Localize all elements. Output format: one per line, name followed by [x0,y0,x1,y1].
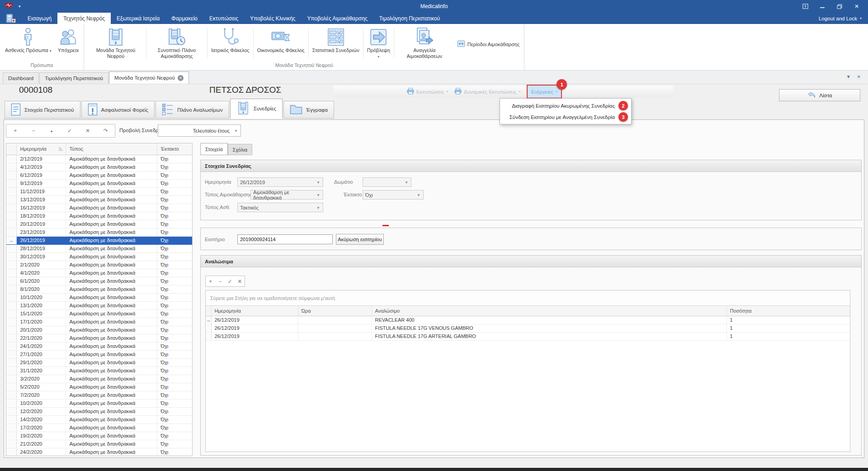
tray-icon[interactable] [797,0,814,12]
table-row[interactable]: 14/2/2020Αιμοκάθαρση με διτανθρακικάΌχι [6,415,192,423]
tab-close-all-icon[interactable]: ✕ [857,74,861,79]
table-row[interactable]: 4/1/2020Αιμοκάθαρση με διτανθρακικάΌχι [6,269,192,277]
tab-close-icon[interactable]: ✕ [178,75,184,81]
obligors-button[interactable]: Υπόχρεοι [55,25,82,62]
table-row[interactable]: 15/1/2020Αιμοκάθαρση με διτανθρακικάΌχι [6,309,192,318]
dialysis-type-field[interactable]: Αιμοκάθαρση με διτανθρακικά▼ [250,190,323,200]
forecast-button[interactable]: Πρόβλεψη▾ [364,25,393,62]
actions-menu-button[interactable]: Ενέργειες▾ 1 [527,85,562,99]
table-row[interactable]: 18/12/2019Αιμοκάθαρση με διτανθρακικάΌχι [6,212,192,220]
app-icon[interactable] [0,13,22,24]
extra-field[interactable]: Όχι▼ [363,190,424,200]
table-row[interactable]: 11/12/2019Αιμοκάθαρση με διτανθρακικάΌχι [6,187,192,195]
table-row[interactable]: 26/12/2019FISTULA NEEDLE 17G VENOUS GAMB… [206,324,850,332]
dialysis-periods-button[interactable]: Περίοδοι Αιμοκάθαρσης [454,39,523,49]
table-row[interactable]: 4/12/2019Αιμοκάθαρση με διτανθρακικάΌχι [6,163,192,171]
menu-tab[interactable]: Εκτυπώσεις [203,13,244,24]
medical-file-button[interactable]: Ιατρικός Φάκελος [208,25,253,62]
table-row[interactable]: 30/12/2019Αιμοκάθαρση με διτανθρακικάΌχι [6,252,192,261]
minimize-icon[interactable] [814,0,831,12]
tab-documents[interactable]: Έγγραφα [283,101,334,119]
table-row[interactable]: 16/12/2019Αιμοκάθαρση με διτανθρακικάΌχι [6,204,192,212]
table-row[interactable]: 6/12/2019Αιμοκάθαρση με διτανθρακικάΌχι [6,171,192,179]
table-row[interactable]: →26/12/2019REVACLEAR 4001 [206,316,850,324]
actions-menu-item[interactable]: Σύνδεση Εισιτηρίου με Αναγγελμένη Συνεδρ… [500,111,631,123]
table-row[interactable]: 13/12/2019Αιμοκάθαρση με διτανθρακικάΌχι [6,195,192,204]
remove-button[interactable]: − [28,126,39,136]
print-menu-button[interactable]: Εκτυπώσεις▾ [407,86,448,98]
add-button[interactable]: + [206,276,216,286]
table-row[interactable]: 10/2/2020Αιμοκάθαρση με διτανθρακικάΌχι [6,399,192,407]
financial-file-button[interactable]: Οικονομικός Φάκελος [254,25,308,62]
column-header-type[interactable]: Τύπος [66,143,157,155]
column-header-quantity[interactable]: Ποσότητα [726,306,850,316]
table-row[interactable]: 9/12/2019Αιμοκάθαρση με διτανθρακικάΌχι [6,179,192,187]
menu-tab[interactable]: Φαρμακείο [165,13,203,24]
list-button[interactable]: Λίστα [779,89,860,101]
menu-tab[interactable]: Τιμολόγηση Περιστατικού [373,13,446,24]
cancel-button[interactable]: ✕ [235,276,245,286]
table-row[interactable]: 28/12/2019Αιμοκάθαρση με διτανθρακικάΌχι [6,244,192,252]
table-row[interactable]: 31/1/2020Αιμοκάθαρση με διτανθρακικάΌχι [6,366,192,375]
refresh-button[interactable]: ↷ [100,126,112,136]
cancel-button[interactable]: ✕ [82,126,94,136]
table-row[interactable]: 29/1/2020Αιμοκάθαρση με διτανθρακικάΌχι [6,358,192,366]
tab-list-dropdown-icon[interactable]: ▼ [846,74,851,79]
table-row[interactable]: 3/2/2020Αιμοκάθαρση με διτανθρακικάΌχι [6,375,192,383]
table-row[interactable]: 13/1/2020Αιμοκάθαρση με διτανθρακικάΌχι [6,301,192,309]
column-header-extra[interactable]: Έκτακτο [157,143,192,155]
kidney-unit-button[interactable]: Μονάδα Τεχνητού Νεφρού [86,25,146,62]
remove-button[interactable]: − [216,276,226,286]
tab-incident-details[interactable]: Στοιχεία Περιστατικού [5,101,80,119]
menu-tab[interactable]: Εξωτερικά Ιατρεία [111,13,165,24]
menu-tab[interactable]: Υποβολές Κλινικής [244,13,301,24]
table-row[interactable]: 17/2/2020Αιμοκάθαρση με διτανθρακικάΌχι [6,423,192,432]
apply-button[interactable]: ✓ [64,126,75,136]
table-row[interactable]: 7/2/2020Αιμοκάθαρση με διτανθρακικάΌχι [6,391,192,399]
edit-button[interactable]: ▴ [46,126,57,136]
table-row[interactable]: 20/1/2020Αιμοκάθαρση με διτανθρακικάΌχι [6,326,192,334]
tab-comments[interactable]: Σχόλια [228,144,253,155]
room-field[interactable]: ▼ [363,177,411,187]
table-row[interactable]: 24/1/2020Αιμοκάθαρση με διτανθρακικάΌχι [6,342,192,350]
apply-button[interactable]: ✓ [225,276,235,286]
menu-tab[interactable]: Υποβολές Αιμοκάθαρσης [301,13,373,24]
column-header-date[interactable]: Ημερομηνία [16,143,66,155]
table-row[interactable]: 8/1/2020Αιμοκάθαρση με διτανθρακικάΌχι [6,285,192,293]
table-row[interactable]: 21/2/2020Αιμοκάθαρση με διτανθρακικάΌχι [6,440,192,448]
doc-tab-dashboard[interactable]: Dashboard [3,72,39,84]
tab-insurers[interactable]: Ασφαλιστικοί Φορείς [81,101,155,119]
table-row[interactable]: 22/1/2020Αιμοκάθαρση με διτανθρακικάΌχι [6,334,192,342]
column-header-date[interactable]: Ημερομηνία [211,306,298,316]
column-header-consumable[interactable]: Αναλώσιμο [372,306,726,316]
table-row[interactable]: 24/2/2020Αιμοκάθαρση με διτανθρακικάΌχι [6,448,192,456]
table-row[interactable]: 23/12/2019Αιμοκάθαρση με διτανθρακικάΌχι [6,228,192,236]
table-row[interactable]: 2/12/2019Αιμοκάθαρση με διτανθρακικάΌχι [6,155,192,163]
table-row[interactable]: 5/2/2020Αιμοκάθαρση με διτανθρακικάΌχι [6,383,192,391]
ticket-input[interactable]: 2019000924114 [237,234,333,244]
menu-tab[interactable]: Εισαγωγή [22,13,57,24]
doc-tab-billing[interactable]: Τιμολόγηση Περιστατικού [39,72,108,84]
date-field[interactable]: 26/12/2019▼ [237,177,323,187]
table-row[interactable]: 6/1/2020Αιμοκάθαρση με διτανθρακικάΌχι [6,277,192,285]
doc-tab-kidney-unit[interactable]: Μονάδα Τεχνητού Νεφρού ✕ [109,71,189,84]
close-icon[interactable]: ✕ [848,0,865,12]
logout-and-lock[interactable]: Logout and Lock▾ [819,13,868,24]
announce-dialysis-button[interactable]: Αναγγελία Αιμοκαθάρσεων [395,25,454,62]
session-filter-dropdown[interactable]: Τελευταίου έτους ▼ [158,124,241,137]
restore-icon[interactable] [831,0,848,12]
patients-persons-button[interactable]: Ασθενείς Πρόσωπα ▾ [2,25,55,62]
table-row[interactable]: 27/1/2020Αιμοκάθαρση με διτανθρακικάΌχι [6,350,192,358]
tab-details[interactable]: Στοιχεία [200,143,228,155]
session-stats-button[interactable]: Στατιστικά Συνεδριών [309,25,363,62]
menu-tab[interactable]: Τεχνητός Νεφρός [57,13,111,24]
patient-type-field[interactable]: Τακτικός▼ [237,203,323,212]
column-header-time[interactable]: Ώρα [298,306,372,316]
dialysis-plan-button[interactable]: Συνοπτικό Πλάνο Αιμοκάθαρσης [147,25,207,62]
table-row[interactable]: 17/1/2020Αιμοκάθαρση με διτανθρακικάΌχι [6,318,192,326]
tab-consumables-plan[interactable]: Πλάνο Αναλωσίμων [156,101,229,119]
table-row[interactable]: →26/12/2019Αιμοκάθαρση με διτανθρακικάΌχ… [6,236,192,244]
dynamic-print-menu-button[interactable]: Δυναμικές Εκτυπώσεις▾ [454,86,521,98]
table-row[interactable]: 20/12/2019Αιμοκάθαρση με διτανθρακικάΌχι [6,220,192,228]
cancel-ticket-button[interactable]: Ακύρωση εισιτηρίου [336,234,384,245]
